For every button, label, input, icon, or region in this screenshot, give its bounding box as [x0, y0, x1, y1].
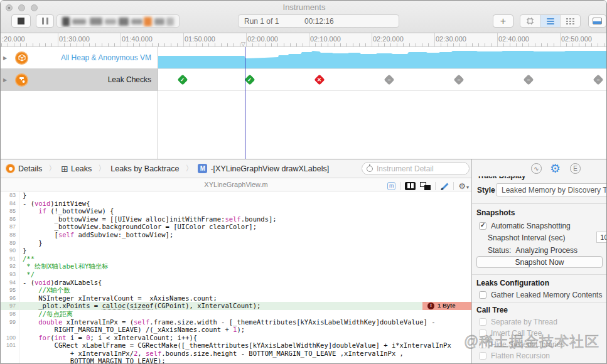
ruler-minor-tick	[503, 43, 504, 46]
ruler-minor-tick	[133, 43, 134, 46]
ruler-major-tick	[58, 33, 58, 47]
ruler-minor-tick	[447, 43, 448, 46]
playhead-flag[interactable]: ▽	[241, 41, 245, 47]
leak-size-label: 1 Byte	[438, 302, 456, 310]
ruler-minor-tick	[365, 43, 366, 46]
ruler-minor-tick	[485, 43, 485, 46]
code-line: 89 }	[1, 239, 471, 247]
line-number	[1, 357, 19, 364]
leak-check-marker-none[interactable]: −	[454, 75, 465, 85]
extended-detail-tab[interactable]: E	[570, 163, 581, 174]
style-popup-button[interactable]: Leaked Memory by Discovery Ti	[496, 183, 607, 196]
ruler-minor-tick	[77, 43, 77, 46]
code-text: /**	[19, 255, 35, 263]
playhead-line[interactable]	[245, 47, 245, 159]
status-value: Analyzing Process	[515, 246, 577, 255]
list-icon	[547, 17, 554, 26]
leak-check-marker-pass[interactable]: ✓	[178, 75, 188, 85]
snapshot-now-button[interactable]: Snapshot Now	[476, 256, 603, 268]
watermark: @稀土掘金技术社区	[464, 332, 599, 351]
grid-view-segment[interactable]	[561, 15, 580, 27]
line-number: 97	[1, 302, 19, 310]
brush-icon[interactable]	[440, 181, 449, 190]
checkbox-checked-icon[interactable]	[479, 222, 486, 230]
search-input[interactable]	[377, 164, 458, 173]
ruler-minor-tick	[340, 43, 341, 46]
style-row: Style Leaked Memory by Discovery Ti	[477, 186, 607, 195]
record-settings-tab[interactable]: ∿	[531, 163, 542, 174]
ruler-minor-tick	[8, 43, 8, 46]
code-line: 91/**	[1, 255, 471, 263]
stop-record-button[interactable]	[11, 14, 31, 28]
objc-file-badge-icon[interactable]: m	[387, 182, 395, 190]
checkbox-icon[interactable]	[479, 352, 486, 360]
ruler-minor-tick	[598, 43, 598, 46]
track-row-leak-checks[interactable]: ▶ Leak Checks ✓✓✕−−−−	[1, 68, 607, 91]
split-view-icon[interactable]	[405, 182, 416, 190]
breadcrumb-separator: 〉	[98, 163, 105, 174]
automatic-snapshotting-checkbox[interactable]: Automatic Snapshotting	[479, 222, 571, 230]
code-line: 98 //每点距离	[1, 310, 471, 318]
ruler-minor-tick	[296, 43, 297, 46]
ruler-minor-tick	[114, 43, 115, 46]
ruler-minor-tick	[541, 43, 542, 46]
ruler-time-label: 01:50.000	[185, 35, 215, 43]
instrument-detail-search[interactable]	[362, 162, 470, 175]
ruler-minor-tick	[334, 43, 335, 46]
leak-size-annotation[interactable]: !1 Byte	[422, 302, 471, 310]
ruler-minor-tick	[51, 43, 52, 46]
ruler-time-label: 02:20.000	[373, 35, 404, 43]
ruler-minor-tick	[171, 43, 171, 46]
gather-leaked-memory-checkbox[interactable]: Gather Leaked Memory Contents	[479, 291, 602, 299]
window-title: Instruments	[1, 3, 607, 12]
ruler-minor-tick	[158, 43, 159, 46]
timeline-ruler[interactable]: :20.00001:30.00001:40.00001:50.00002:00.…	[1, 33, 607, 47]
breadcrumb-leaks[interactable]: ⊞ Leaks	[61, 164, 92, 173]
source-code-view[interactable]: 83}84- (void)initView{85 if (!_bottowVie…	[1, 191, 471, 364]
leaks-configuration-header: Leaks Configuration	[476, 279, 549, 287]
pause-button[interactable]	[36, 14, 54, 28]
code-actions-gear[interactable]: ⚙▾	[458, 180, 469, 191]
breadcrumb-method[interactable]: M -[XYLineGraphView drawXLabels]	[198, 164, 329, 173]
elapsed-timer: 00:12:16	[304, 17, 334, 26]
code-text: BOTTOM_MARGIN_TO_LEAVE);	[19, 357, 166, 364]
breadcrumb-backtrace[interactable]: Leaks by Backtrace	[110, 164, 179, 173]
toggle-bottom-pane-button[interactable]	[588, 14, 606, 28]
checkbox-icon[interactable]	[479, 318, 486, 326]
ruler-minor-tick	[108, 43, 109, 46]
breadcrumb-details[interactable]: Details	[6, 164, 42, 173]
target-device-selector[interactable]	[56, 14, 180, 28]
ruler-minor-tick	[1, 43, 2, 46]
run-status-display[interactable]: Run 1 of 1 00:12:16	[238, 14, 399, 28]
leak-check-marker-none[interactable]: −	[593, 75, 604, 85]
inspector-tabs: ∿ ⚙ E	[472, 159, 607, 178]
leak-check-marker-none[interactable]: −	[384, 75, 395, 85]
style-label: Style	[477, 186, 495, 195]
add-instrument-button[interactable]: +	[493, 14, 513, 28]
line-number: 101	[1, 341, 19, 350]
ruler-minor-tick	[572, 43, 573, 46]
list-view-segment[interactable]	[540, 15, 561, 27]
ruler-minor-tick	[416, 43, 416, 46]
checkbox-icon[interactable]	[479, 291, 486, 299]
ruler-minor-tick	[202, 43, 203, 46]
leak-check-marker-none[interactable]: −	[524, 75, 534, 85]
ruler-minor-tick	[240, 43, 240, 46]
ruler-minor-tick	[234, 43, 234, 46]
ruler-minor-tick	[579, 43, 579, 46]
code-line: BOTTOM_MARGIN_TO_LEAVE);	[1, 357, 471, 364]
view-mode-segmented-control	[520, 14, 581, 28]
ruler-minor-tick	[95, 43, 96, 46]
leak-check-marker-pass[interactable]: ✓	[245, 75, 255, 85]
leak-check-marker-fail[interactable]: ✕	[314, 75, 325, 85]
display-settings-tab[interactable]: ⚙	[550, 163, 561, 174]
line-number: 86	[1, 215, 19, 223]
flatten-recursion-checkbox[interactable]: Flatten Recursion	[479, 351, 550, 360]
cpu-view-segment[interactable]	[520, 15, 540, 27]
line-number: 93	[1, 270, 19, 279]
stopwatch-icon	[367, 166, 373, 172]
layered-panes-icon[interactable]	[420, 182, 431, 190]
separate-by-thread-checkbox[interactable]: Separate by Thread	[479, 318, 557, 326]
ruler-minor-tick	[26, 43, 27, 46]
interval-value-field[interactable]: 10.0	[596, 232, 607, 243]
